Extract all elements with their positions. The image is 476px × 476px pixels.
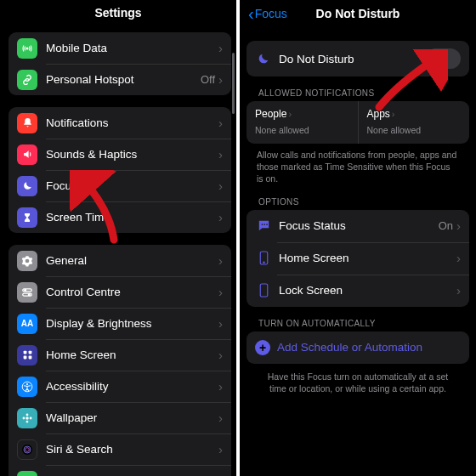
chevron-right-icon: › xyxy=(288,109,292,119)
row-focus[interactable]: Focus › xyxy=(8,170,231,201)
row-personal-hotspot[interactable]: Personal Hotspot Off › xyxy=(8,64,231,95)
row-wallpaper[interactable]: Wallpaper › xyxy=(8,402,231,434)
flower-icon xyxy=(17,408,37,428)
section-footer-allowed: Allow calls and notifications from peopl… xyxy=(246,144,469,185)
speaker-icon xyxy=(17,144,37,165)
col-title: Apps xyxy=(367,108,390,120)
chevron-right-icon: › xyxy=(218,254,223,267)
row-label: Control Centre xyxy=(46,286,218,298)
chevron-right-icon: › xyxy=(218,286,223,298)
row-label: Focus xyxy=(46,179,218,192)
row-siri[interactable]: Siri & Search › xyxy=(8,434,231,465)
dnd-toggle[interactable] xyxy=(425,48,461,69)
chevron-right-icon: › xyxy=(456,251,461,265)
chevron-right-icon: › xyxy=(218,317,223,330)
dnd-toggle-card: Do Not Disturb xyxy=(246,41,469,76)
row-label: Sounds & Haptics xyxy=(46,148,218,161)
chevron-right-icon: › xyxy=(456,218,461,233)
col-sub: None allowed xyxy=(367,125,462,135)
chevron-right-icon: › xyxy=(392,109,395,119)
row-value: On xyxy=(439,219,453,232)
row-screen-time[interactable]: Screen Time › xyxy=(8,201,231,233)
svg-point-11 xyxy=(26,416,29,420)
row-lock-screen-option[interactable]: Lock Screen › xyxy=(246,275,469,307)
dnd-label: Do Not Disturb xyxy=(279,53,425,65)
home-screen-icon xyxy=(255,250,272,267)
chevron-right-icon: › xyxy=(218,179,223,192)
page-title: Settings xyxy=(0,0,236,26)
svg-rect-26 xyxy=(260,284,268,297)
svg-rect-8 xyxy=(28,356,31,360)
row-accessibility[interactable]: Accessibility › xyxy=(8,371,231,402)
svg-point-0 xyxy=(26,48,28,49)
row-notifications[interactable]: Notifications › xyxy=(8,107,231,139)
moon-icon xyxy=(255,50,272,67)
row-faceid[interactable]: Face ID & Passcode › xyxy=(8,465,231,476)
svg-point-4 xyxy=(28,293,30,295)
back-button[interactable]: ‹ Focus xyxy=(248,5,287,22)
chevron-right-icon: › xyxy=(218,380,223,393)
row-mobile-data[interactable]: Mobile Data › xyxy=(8,32,231,64)
plus-icon: + xyxy=(255,340,270,355)
svg-rect-5 xyxy=(23,351,26,354)
row-control-centre[interactable]: Control Centre › xyxy=(8,276,231,308)
row-label: Home Screen xyxy=(46,348,218,361)
row-label: Home Screen xyxy=(279,252,456,264)
row-label: Siri & Search xyxy=(46,443,218,456)
chevron-right-icon: › xyxy=(218,73,223,86)
row-label: Focus Status xyxy=(279,219,439,232)
svg-point-2 xyxy=(25,289,26,291)
row-detail: Off xyxy=(201,73,215,86)
scrollbar-icon[interactable] xyxy=(232,53,235,114)
row-label: General xyxy=(46,254,218,267)
add-schedule-button[interactable]: + Add Schedule or Automation xyxy=(246,332,469,364)
allowed-people[interactable]: People› None allowed xyxy=(246,101,358,144)
auto-card: + Add Schedule or Automation xyxy=(246,332,469,364)
accessibility-icon xyxy=(17,377,37,397)
svg-point-13 xyxy=(26,420,29,422)
allowed-card: People› None allowed Apps› None allowed xyxy=(246,101,469,144)
row-sounds[interactable]: Sounds & Haptics › xyxy=(8,139,231,170)
chevron-right-icon: › xyxy=(218,348,223,361)
svg-point-22 xyxy=(264,224,265,225)
siri-icon xyxy=(17,439,37,460)
dnd-toggle-row[interactable]: Do Not Disturb xyxy=(246,41,469,76)
row-home-screen-option[interactable]: Home Screen › xyxy=(246,242,469,275)
chevron-right-icon: › xyxy=(218,42,223,54)
dnd-screen: ‹ Focus Do Not Disturb Do Not Disturb xyxy=(240,0,476,476)
hourglass-icon xyxy=(17,207,37,228)
row-label: Wallpaper xyxy=(46,411,218,424)
back-label: Focus xyxy=(255,7,287,20)
moon-icon xyxy=(17,176,37,196)
section-header-auto: TURN ON AUTOMATICALLY xyxy=(246,307,469,332)
row-label: Mobile Data xyxy=(46,42,218,54)
svg-rect-7 xyxy=(23,356,26,360)
section-header-allowed: ALLOWED NOTIFICATIONS xyxy=(246,76,469,101)
row-home-screen[interactable]: Home Screen › xyxy=(8,339,231,371)
section-header-options: OPTIONS xyxy=(246,185,469,210)
allowed-apps[interactable]: Apps› None allowed xyxy=(358,101,470,144)
chat-icon xyxy=(255,218,272,235)
chevron-left-icon: ‹ xyxy=(248,5,254,22)
settings-screen: Settings Mobile Data › Personal Hotspot … xyxy=(0,0,236,476)
chevron-right-icon: › xyxy=(218,148,223,161)
lock-screen-icon xyxy=(255,282,272,299)
row-focus-status[interactable]: Focus Status On › xyxy=(246,210,469,242)
svg-point-25 xyxy=(263,262,264,263)
row-general[interactable]: General › xyxy=(8,245,231,276)
antenna-icon xyxy=(17,38,37,59)
row-label: Accessibility xyxy=(46,380,218,393)
settings-group-general: General › Control Centre › AA Display & … xyxy=(8,245,231,476)
chevron-right-icon: › xyxy=(218,116,223,129)
switches-icon xyxy=(17,282,37,303)
row-label: Screen Time xyxy=(46,211,218,224)
faceid-icon xyxy=(17,471,37,477)
toggle-knob xyxy=(427,50,444,67)
settings-group-connectivity: Mobile Data › Personal Hotspot Off › xyxy=(8,32,231,95)
row-display[interactable]: AA Display & Brightness › xyxy=(8,308,231,339)
svg-point-21 xyxy=(261,224,263,225)
row-label: Notifications xyxy=(46,116,218,129)
text-size-icon: AA xyxy=(17,314,37,334)
chevron-right-icon: › xyxy=(218,443,223,456)
svg-rect-6 xyxy=(28,351,31,354)
